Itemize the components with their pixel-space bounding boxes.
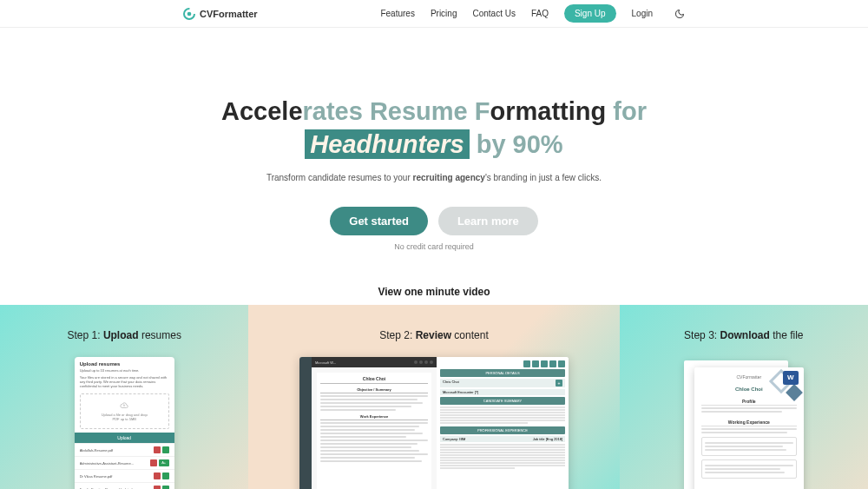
cta-row: Get started Learn more bbox=[0, 207, 868, 235]
steps-row: Step 1: Upload resumes Upload resumes Up… bbox=[0, 305, 868, 489]
editor-sidebar bbox=[299, 357, 312, 489]
file-row: Abdullah-Resume.pdf bbox=[75, 443, 174, 456]
file-row: Dr Vikas Resume.pdf bbox=[75, 469, 174, 482]
logo[interactable]: CVFormatter bbox=[182, 7, 258, 21]
step-1-title: Step 1: Upload resumes bbox=[17, 329, 231, 341]
svg-point-1 bbox=[187, 11, 192, 16]
action-icon bbox=[558, 360, 565, 367]
step-1: Step 1: Upload resumes Upload resumes Up… bbox=[0, 305, 248, 489]
action-icon bbox=[532, 360, 539, 367]
upload-desc: Upload up to 10 resumes at each time. bbox=[80, 368, 169, 373]
video-title: View one minute video bbox=[0, 286, 868, 298]
nav: Features Pricing Contact Us FAQ Sign Up … bbox=[380, 4, 686, 23]
upload-button: Upload bbox=[75, 433, 174, 443]
file-row: Family-Creative-Resume-Updated... bbox=[75, 482, 174, 489]
step-3: Step 3: Download the file W CVFormatter … bbox=[620, 305, 868, 489]
step-3-title: Step 3: Download the file bbox=[637, 329, 851, 341]
nav-pricing[interactable]: Pricing bbox=[431, 9, 457, 18]
upload-title: Upload resumes bbox=[80, 361, 169, 367]
theme-toggle-icon[interactable] bbox=[674, 8, 686, 20]
header: CVFormatter Features Pricing Contact Us … bbox=[0, 0, 868, 28]
upload-desc2: Your files are stored in a secure way an… bbox=[80, 375, 169, 389]
hero-title: Accelerates Resume Formatting for Headhu… bbox=[0, 96, 868, 161]
file-row: Administrative-Assistant-Resume...A+ bbox=[75, 456, 174, 469]
nav-contact[interactable]: Contact Us bbox=[472, 9, 515, 18]
login-button[interactable]: Login bbox=[632, 9, 653, 18]
get-started-button[interactable]: Get started bbox=[330, 207, 428, 235]
signup-button[interactable]: Sign Up bbox=[564, 4, 616, 23]
upload-cloud-icon bbox=[120, 401, 128, 410]
editor-preview: ✕ Microsoft W... Chloe Choi Objective / … bbox=[299, 357, 569, 489]
editor-left-pane: Microsoft W... Chloe Choi Objective / Su… bbox=[312, 357, 437, 489]
step-2-title: Step 2: Review content bbox=[266, 329, 602, 341]
learn-more-button[interactable]: Learn more bbox=[438, 207, 538, 235]
nav-features[interactable]: Features bbox=[380, 9, 414, 18]
no-card-text: No credit card required bbox=[0, 242, 868, 251]
action-icon bbox=[541, 360, 548, 367]
step-2: Step 2: Review content ✕ Microsoft W... … bbox=[248, 305, 619, 489]
editor-right-pane: PERSONAL DETAILS Chris Choi+ Microsoft E… bbox=[437, 357, 569, 489]
logo-icon bbox=[182, 7, 196, 21]
logo-text: CVFormatter bbox=[200, 9, 258, 19]
word-icon: W bbox=[783, 371, 799, 385]
upload-preview: Upload resumes Upload up to 10 resumes a… bbox=[75, 357, 174, 489]
page-front: W CVFormatter Chloe Choi Profile Working… bbox=[694, 367, 804, 489]
download-preview: W CVFormatter Chloe Choi Profile Working… bbox=[679, 357, 809, 489]
hero: Accelerates Resume Formatting for Headhu… bbox=[0, 28, 868, 298]
action-icon bbox=[523, 360, 530, 367]
upload-dropzone: Upload a file or drag and drop PDF up to… bbox=[80, 393, 169, 429]
nav-faq[interactable]: FAQ bbox=[531, 9, 549, 18]
action-icon bbox=[549, 360, 556, 367]
hero-subtitle: Transform candidate resumes to your recr… bbox=[0, 173, 868, 182]
